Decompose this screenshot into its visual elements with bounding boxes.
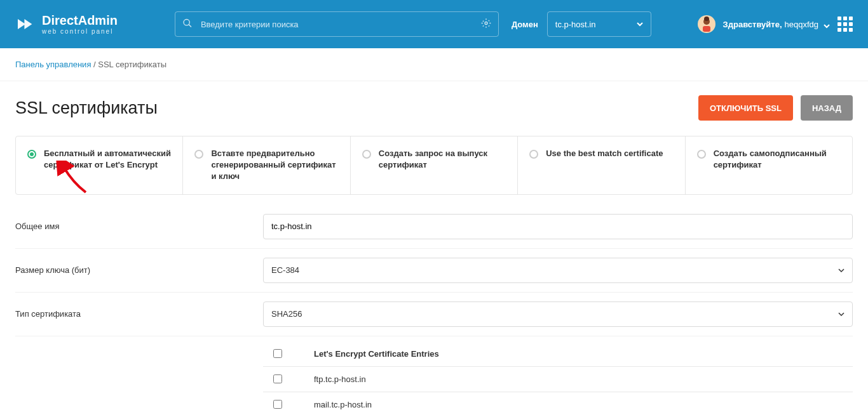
tab-label: Создать запрос на выпуск сертификат [379,148,506,183]
svg-point-2 [485,22,487,25]
user-greeting[interactable]: Здравствуйте, heqqxfdg [723,20,830,29]
page-actions: ОТКЛЮЧИТЬ SSL НАЗАД [698,95,853,121]
chevron-down-icon [637,21,643,27]
entry-checkbox[interactable] [273,400,282,409]
logo[interactable]: DirectAdmin web control panel [15,13,118,35]
main-content: SSL сертификаты ОТКЛЮЧИТЬ SSL НАЗАД Бесп… [0,81,868,417]
search-container [175,11,499,37]
cert-type-select[interactable]: SHA256 [263,301,853,327]
entry-checkbox[interactable] [273,374,282,383]
entry-host: ftp.tc.p-host.in [314,374,366,384]
brand-name: DirectAdmin [42,13,118,28]
tab-label: Use the best match certificate [546,148,663,183]
row-cert-type: Тип сертификата SHA256 [15,293,853,336]
radio-icon [529,150,538,159]
cert-type-label: Тип сертификата [15,309,263,319]
tab-paste-cert[interactable]: Вставте предварительно сгенерированный с… [183,136,350,194]
domain-block: Домен tc.p-host.in [512,11,651,37]
entries-summary: Количество выбранных записей: 2 Максимал… [15,341,263,417]
chevron-down-icon [838,267,844,274]
breadcrumb-sep: / [91,60,98,69]
search-icon [182,18,193,30]
domain-label: Домен [512,20,538,29]
key-size-label: Размер ключа (бит) [15,265,263,275]
entries-block: Количество выбранных записей: 2 Максимал… [15,341,853,417]
row-key-size: Размер ключа (бит) EC-384 [15,249,853,293]
radio-icon [697,150,706,159]
chevron-down-icon [824,23,830,29]
table-row: ftp.tc.p-host.in [263,367,853,392]
tab-label: Вставте предварительно сгенерированный с… [211,148,338,183]
search-input[interactable] [175,11,499,37]
tab-letsencrypt[interactable]: Бесплатный и автоматический сертификат о… [16,136,183,194]
brand-subtitle: web control panel [42,28,118,35]
back-button[interactable]: НАЗАД [801,95,853,121]
top-header: DirectAdmin web control panel Домен tc.p… [0,0,868,48]
logo-icon [15,14,36,34]
breadcrumb: Панель управления / SSL сертификаты [0,48,868,81]
breadcrumb-root[interactable]: Панель управления [15,60,91,69]
table-header-row: Let's Encrypt Certificate Entries [263,341,853,367]
tab-best-match[interactable]: Use the best match certificate [518,136,685,194]
search-settings-icon[interactable] [481,18,491,30]
svg-point-0 [184,20,189,25]
tab-label: Создать самоподписанный сертификат [714,148,841,183]
common-name-label: Общее имя [15,222,263,231]
tab-csr[interactable]: Создать запрос на выпуск сертификат [351,136,518,194]
cert-type-value: SHA256 [271,309,302,319]
disable-ssl-button[interactable]: ОТКЛЮЧИТЬ SSL [698,95,793,121]
svg-line-1 [189,25,191,27]
key-size-select[interactable]: EC-384 [263,258,853,283]
table-row: mail.tc.p-host.in [263,392,853,417]
user-block: Здравствуйте, heqqxfdg [698,15,853,33]
radio-icon [362,150,371,159]
row-common-name: Общее имя [15,205,853,249]
apps-grid-icon[interactable] [837,17,853,32]
domain-value: tc.p-host.in [555,20,596,29]
radio-icon [194,150,203,159]
select-all-checkbox[interactable] [273,349,282,358]
table-header-label: Let's Encrypt Certificate Entries [314,349,439,359]
svg-rect-5 [703,26,710,32]
chevron-down-icon [838,311,844,317]
cert-option-tabs: Бесплатный и автоматический сертификат о… [15,136,853,195]
title-row: SSL сертификаты ОТКЛЮЧИТЬ SSL НАЗАД [15,95,853,121]
domain-select[interactable]: tc.p-host.in [547,11,651,37]
page-title: SSL сертификаты [15,98,158,118]
greeting-text: Здравствуйте, [723,20,782,29]
radio-icon [27,150,36,159]
avatar-icon[interactable] [698,15,715,33]
entry-host: mail.tc.p-host.in [314,400,372,409]
entries-table: Let's Encrypt Certificate Entries ftp.tc… [263,341,853,417]
breadcrumb-current: SSL сертификаты [98,60,166,69]
key-size-value: EC-384 [271,265,299,275]
tab-label: Бесплатный и автоматический сертификат о… [44,148,171,183]
tab-self-signed[interactable]: Создать самоподписанный сертификат [686,136,852,194]
common-name-input[interactable] [263,214,853,239]
username: heqqxfdg [785,20,819,29]
